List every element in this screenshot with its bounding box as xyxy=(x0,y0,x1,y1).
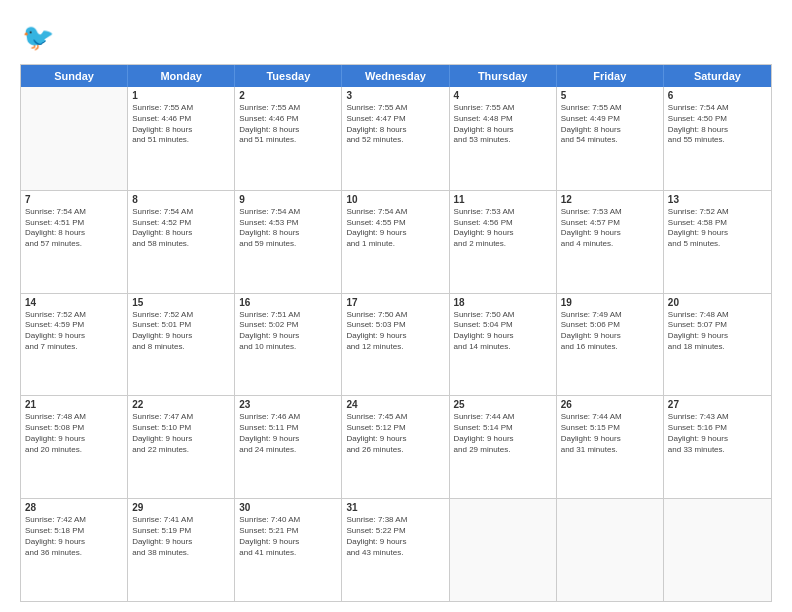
cell-line-0: Sunrise: 7:50 AM xyxy=(454,310,552,321)
cell-line-1: Sunset: 4:52 PM xyxy=(132,218,230,229)
cell-line-2: Daylight: 9 hours xyxy=(561,434,659,445)
day-number: 13 xyxy=(668,194,767,205)
week-row-2: 14Sunrise: 7:52 AMSunset: 4:59 PMDayligh… xyxy=(21,293,771,396)
cell-line-0: Sunrise: 7:54 AM xyxy=(25,207,123,218)
day-cell-25: 25Sunrise: 7:44 AMSunset: 5:14 PMDayligh… xyxy=(450,396,557,498)
day-number: 31 xyxy=(346,502,444,513)
day-cell-11: 11Sunrise: 7:53 AMSunset: 4:56 PMDayligh… xyxy=(450,191,557,293)
cell-line-1: Sunset: 5:03 PM xyxy=(346,320,444,331)
header-day-friday: Friday xyxy=(557,65,664,87)
day-number: 1 xyxy=(132,90,230,101)
cell-line-3: and 52 minutes. xyxy=(346,135,444,146)
day-cell-18: 18Sunrise: 7:50 AMSunset: 5:04 PMDayligh… xyxy=(450,294,557,396)
cell-line-2: Daylight: 9 hours xyxy=(561,331,659,342)
logo: 🐦 xyxy=(20,18,60,56)
day-cell-12: 12Sunrise: 7:53 AMSunset: 4:57 PMDayligh… xyxy=(557,191,664,293)
empty-cell xyxy=(557,499,664,601)
cell-line-1: Sunset: 4:56 PM xyxy=(454,218,552,229)
cell-line-1: Sunset: 5:14 PM xyxy=(454,423,552,434)
day-number: 6 xyxy=(668,90,767,101)
day-cell-30: 30Sunrise: 7:40 AMSunset: 5:21 PMDayligh… xyxy=(235,499,342,601)
cell-line-2: Daylight: 9 hours xyxy=(561,228,659,239)
cell-line-2: Daylight: 9 hours xyxy=(668,228,767,239)
cell-line-2: Daylight: 8 hours xyxy=(132,228,230,239)
cell-line-3: and 57 minutes. xyxy=(25,239,123,250)
day-cell-2: 2Sunrise: 7:55 AMSunset: 4:46 PMDaylight… xyxy=(235,87,342,190)
day-cell-10: 10Sunrise: 7:54 AMSunset: 4:55 PMDayligh… xyxy=(342,191,449,293)
day-number: 16 xyxy=(239,297,337,308)
cell-line-0: Sunrise: 7:54 AM xyxy=(132,207,230,218)
cell-line-2: Daylight: 8 hours xyxy=(561,125,659,136)
header-day-monday: Monday xyxy=(128,65,235,87)
cell-line-3: and 7 minutes. xyxy=(25,342,123,353)
day-number: 23 xyxy=(239,399,337,410)
day-number: 17 xyxy=(346,297,444,308)
cell-line-3: and 12 minutes. xyxy=(346,342,444,353)
header-day-wednesday: Wednesday xyxy=(342,65,449,87)
day-number: 27 xyxy=(668,399,767,410)
cell-line-2: Daylight: 8 hours xyxy=(239,125,337,136)
cell-line-1: Sunset: 5:16 PM xyxy=(668,423,767,434)
cell-line-1: Sunset: 5:11 PM xyxy=(239,423,337,434)
day-number: 25 xyxy=(454,399,552,410)
cell-line-0: Sunrise: 7:55 AM xyxy=(454,103,552,114)
day-number: 26 xyxy=(561,399,659,410)
cell-line-1: Sunset: 5:18 PM xyxy=(25,526,123,537)
day-cell-17: 17Sunrise: 7:50 AMSunset: 5:03 PMDayligh… xyxy=(342,294,449,396)
cell-line-2: Daylight: 9 hours xyxy=(25,331,123,342)
cell-line-0: Sunrise: 7:54 AM xyxy=(346,207,444,218)
cell-line-0: Sunrise: 7:41 AM xyxy=(132,515,230,526)
calendar: SundayMondayTuesdayWednesdayThursdayFrid… xyxy=(20,64,772,602)
cell-line-1: Sunset: 4:46 PM xyxy=(132,114,230,125)
day-number: 29 xyxy=(132,502,230,513)
cell-line-0: Sunrise: 7:51 AM xyxy=(239,310,337,321)
day-cell-28: 28Sunrise: 7:42 AMSunset: 5:18 PMDayligh… xyxy=(21,499,128,601)
cell-line-3: and 51 minutes. xyxy=(239,135,337,146)
empty-cell xyxy=(450,499,557,601)
header-day-tuesday: Tuesday xyxy=(235,65,342,87)
cell-line-3: and 5 minutes. xyxy=(668,239,767,250)
header-day-thursday: Thursday xyxy=(450,65,557,87)
cell-line-2: Daylight: 9 hours xyxy=(132,537,230,548)
cell-line-3: and 54 minutes. xyxy=(561,135,659,146)
day-number: 15 xyxy=(132,297,230,308)
cell-line-0: Sunrise: 7:47 AM xyxy=(132,412,230,423)
day-number: 22 xyxy=(132,399,230,410)
cell-line-0: Sunrise: 7:46 AM xyxy=(239,412,337,423)
cell-line-0: Sunrise: 7:52 AM xyxy=(25,310,123,321)
cell-line-1: Sunset: 4:46 PM xyxy=(239,114,337,125)
day-cell-4: 4Sunrise: 7:55 AMSunset: 4:48 PMDaylight… xyxy=(450,87,557,190)
day-number: 24 xyxy=(346,399,444,410)
cell-line-1: Sunset: 5:02 PM xyxy=(239,320,337,331)
week-row-1: 7Sunrise: 7:54 AMSunset: 4:51 PMDaylight… xyxy=(21,190,771,293)
calendar-header: SundayMondayTuesdayWednesdayThursdayFrid… xyxy=(21,65,771,87)
cell-line-0: Sunrise: 7:54 AM xyxy=(668,103,767,114)
day-number: 19 xyxy=(561,297,659,308)
logo-icon: 🐦 xyxy=(20,18,58,56)
cell-line-3: and 55 minutes. xyxy=(668,135,767,146)
cell-line-3: and 33 minutes. xyxy=(668,445,767,456)
cell-line-2: Daylight: 9 hours xyxy=(454,228,552,239)
cell-line-3: and 43 minutes. xyxy=(346,548,444,559)
cell-line-1: Sunset: 4:57 PM xyxy=(561,218,659,229)
calendar-body: 1Sunrise: 7:55 AMSunset: 4:46 PMDaylight… xyxy=(21,87,771,601)
cell-line-2: Daylight: 8 hours xyxy=(25,228,123,239)
cell-line-3: and 59 minutes. xyxy=(239,239,337,250)
day-cell-9: 9Sunrise: 7:54 AMSunset: 4:53 PMDaylight… xyxy=(235,191,342,293)
cell-line-2: Daylight: 9 hours xyxy=(346,331,444,342)
cell-line-0: Sunrise: 7:49 AM xyxy=(561,310,659,321)
header: 🐦 xyxy=(20,18,772,56)
day-cell-26: 26Sunrise: 7:44 AMSunset: 5:15 PMDayligh… xyxy=(557,396,664,498)
cell-line-2: Daylight: 9 hours xyxy=(132,434,230,445)
cell-line-1: Sunset: 5:07 PM xyxy=(668,320,767,331)
cell-line-0: Sunrise: 7:44 AM xyxy=(454,412,552,423)
cell-line-0: Sunrise: 7:42 AM xyxy=(25,515,123,526)
cell-line-3: and 51 minutes. xyxy=(132,135,230,146)
cell-line-1: Sunset: 4:53 PM xyxy=(239,218,337,229)
cell-line-3: and 58 minutes. xyxy=(132,239,230,250)
cell-line-0: Sunrise: 7:38 AM xyxy=(346,515,444,526)
cell-line-0: Sunrise: 7:53 AM xyxy=(561,207,659,218)
day-cell-21: 21Sunrise: 7:48 AMSunset: 5:08 PMDayligh… xyxy=(21,396,128,498)
cell-line-1: Sunset: 4:58 PM xyxy=(668,218,767,229)
day-cell-29: 29Sunrise: 7:41 AMSunset: 5:19 PMDayligh… xyxy=(128,499,235,601)
